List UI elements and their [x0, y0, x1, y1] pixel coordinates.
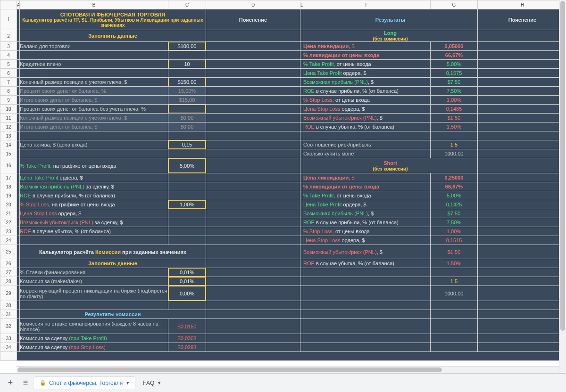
cell[interactable]: Цена актива, $ (цена входа)	[20, 140, 168, 149]
cell[interactable]: Итого своих денег от баланса, $	[20, 96, 168, 105]
cell[interactable]: Заполнить данные	[20, 30, 206, 42]
cell[interactable]: $1,50	[431, 114, 478, 122]
row-header[interactable]: 13	[0, 131, 17, 140]
cell[interactable]: Корректирующий процент ликвидации на бир…	[20, 286, 168, 301]
row-header[interactable]: 11	[0, 114, 17, 122]
cell[interactable]: Цена Stop Loss ордера, $	[20, 209, 168, 218]
cell[interactable]: % Stop Loss, от цены входа	[303, 96, 431, 105]
cell[interactable]: $7,50	[431, 78, 478, 87]
row-header[interactable]: 10	[0, 105, 17, 114]
row-header[interactable]: 6	[0, 69, 17, 78]
input-cell[interactable]: 0,01%	[168, 277, 206, 286]
cell[interactable]: $0,00	[168, 122, 206, 131]
cell[interactable]: $7,50	[431, 209, 478, 218]
vertical-scrollbar[interactable]	[559, 0, 566, 372]
cell[interactable]: Комиссия за сделку (при Take Profit)	[20, 334, 168, 343]
cell[interactable]: 1000,00	[431, 149, 478, 158]
input-cell[interactable]: 0,00%	[168, 286, 206, 301]
col-header[interactable]: C	[168, 0, 206, 9]
cell[interactable]: Цена ликвидации, $	[303, 173, 431, 182]
row-header[interactable]: 21	[0, 209, 17, 218]
cell[interactable]: Возможный убыток/риск (PNL), $	[303, 114, 431, 122]
cell[interactable]: Процент своих денег от баланса, %	[20, 87, 168, 96]
row-header[interactable]: 8	[0, 87, 17, 96]
cell[interactable]: Возможный убыток/риск (PNL), $	[303, 245, 431, 259]
row-header[interactable]: 3	[0, 42, 17, 51]
cell[interactable]: 5,00%	[431, 60, 478, 69]
cell[interactable]: Калькулятор расчёта Комиссии при заданны…	[20, 245, 206, 259]
row-header[interactable]: 30	[0, 301, 17, 310]
col-header[interactable]: G	[431, 0, 478, 9]
cell[interactable]: Соотношение риск/прибыль	[303, 140, 431, 149]
cell[interactable]: Процент своих денег от баланса без учета…	[20, 105, 168, 114]
cell[interactable]: Сколько купить монет	[303, 149, 431, 158]
row-header[interactable]: 25	[0, 245, 17, 259]
cell[interactable]: Комиссия по ставке финансирования (кажды…	[20, 319, 168, 334]
cell[interactable]: 0,1485	[431, 105, 478, 114]
cell[interactable]: Пояснение	[206, 9, 300, 30]
cell[interactable]: ROE в случае прибыли, % (от баланса)	[303, 87, 431, 96]
cell[interactable]: $0,0150	[168, 319, 206, 334]
chevron-down-icon[interactable]: ▼	[125, 381, 130, 385]
cell[interactable]: 1,00%	[431, 227, 478, 236]
cell[interactable]: % Stop Loss, от цены входа	[303, 227, 431, 236]
cell[interactable]: 1000,00	[431, 286, 478, 301]
horizontal-scrollbar[interactable]	[17, 366, 565, 373]
row-header[interactable]: 29	[0, 286, 17, 301]
row-header[interactable]: 33	[0, 334, 17, 343]
all-sheets-button[interactable]: ≡	[19, 376, 32, 390]
cell[interactable]: Цена Stop Loss ордера, $	[303, 105, 431, 114]
cell[interactable]: Возможная прибыль (PNL), $	[303, 209, 431, 218]
row-header[interactable]: 23	[0, 227, 17, 236]
cell[interactable]: % ликвидации от цены входа	[303, 182, 431, 191]
row-header[interactable]: 14	[0, 140, 17, 149]
input-cell[interactable]: $100,00	[168, 42, 206, 51]
cell[interactable]: Long(без комиссии)	[303, 30, 478, 42]
cell[interactable]: 1,00%	[431, 96, 478, 105]
cell[interactable]: Результаты	[303, 9, 478, 30]
cell[interactable]: Конечный размер позиции с учетом плеча, …	[20, 114, 168, 122]
cell[interactable]: Результаты комиссии	[20, 310, 206, 319]
cell[interactable]: Конечный размер позиции с учетом плеча, …	[20, 78, 168, 87]
col-header[interactable]: B	[20, 0, 168, 9]
row-header[interactable]: 9	[0, 96, 17, 105]
sheet-tab[interactable]: FAQ ▼	[137, 377, 167, 389]
row-header[interactable]: 2	[0, 30, 17, 42]
cell[interactable]: Итого своих денег от баланса, $	[20, 122, 168, 131]
cell[interactable]: Комиссия за сделку (при Stop Loss)	[20, 343, 168, 352]
row-header[interactable]: 16	[0, 158, 17, 173]
row-header[interactable]: 24	[0, 236, 17, 245]
cell[interactable]: $15,00	[168, 96, 206, 105]
col-header[interactable]: F	[303, 0, 431, 9]
cell[interactable]: 15,00%	[168, 87, 206, 96]
row-header[interactable]: 12	[0, 122, 17, 131]
cell[interactable]: % Take Profit, на графике от цены входа	[20, 158, 168, 173]
row-header[interactable]: 17	[0, 173, 17, 182]
row-header[interactable]: 26	[0, 259, 17, 268]
row-header[interactable]: 22	[0, 218, 17, 227]
cell[interactable]: $1,50	[431, 245, 478, 259]
input-cell[interactable]: 5,00%	[168, 158, 206, 173]
cell[interactable]: 0,1575	[431, 69, 478, 78]
cell[interactable]: Пояснение	[478, 9, 566, 30]
cell[interactable]: Цена Take Profit ордера, $	[303, 200, 431, 209]
cell[interactable]: % ликвидации от цены входа	[303, 51, 431, 60]
cell[interactable]: 1:5	[431, 140, 478, 149]
row-header[interactable]: 32	[0, 319, 17, 334]
cell[interactable]: 0,05000	[431, 42, 478, 51]
row-header[interactable]: 5	[0, 60, 17, 69]
row-header[interactable]: 4	[0, 51, 17, 60]
col-header[interactable]: D	[206, 0, 300, 9]
scrollbar-thumb[interactable]	[560, 1, 565, 331]
spreadsheet-viewport[interactable]: A B C D E F G H 1 СПОТОВАЯ И ФЬЮЧЕРСНАЯ …	[0, 0, 566, 372]
row-header[interactable]: 15	[0, 149, 17, 158]
cell[interactable]: Цена Stop Loss ордера, $	[303, 236, 431, 245]
title-cell[interactable]: СПОТОВАЯ И ФЬЮЧЕРСНАЯ ТОРГОВЛЯ Калькулят…	[20, 9, 206, 30]
row-header[interactable]: 34	[0, 343, 17, 352]
input-cell[interactable]: 1,00%	[168, 200, 206, 209]
row-header[interactable]: 19	[0, 191, 17, 200]
cell[interactable]: ROE в случае убытка, % (от баланса)	[303, 122, 431, 131]
input-cell[interactable]	[168, 105, 206, 114]
cell[interactable]: Возможная прибыль (PNL) за сделку, $	[20, 182, 168, 191]
cell[interactable]: Кредитное плечо	[20, 60, 168, 69]
